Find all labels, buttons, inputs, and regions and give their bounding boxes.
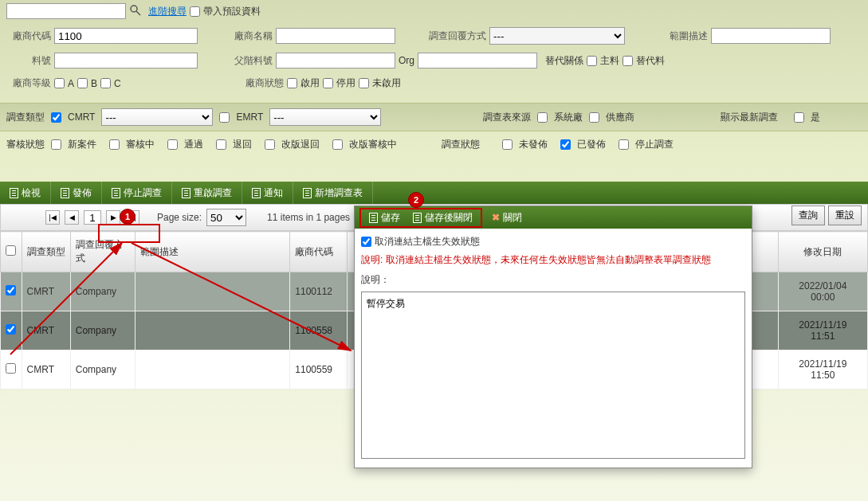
grade-c-checkbox[interactable] bbox=[100, 78, 111, 88]
stopped-label: 停止調查 bbox=[635, 138, 674, 151]
notify-button[interactable]: 通知 bbox=[242, 182, 293, 204]
auditing-label: 審核中 bbox=[126, 138, 155, 151]
survey-status-label: 調查狀態 bbox=[442, 138, 480, 151]
rev-audit-checkbox[interactable] bbox=[332, 139, 343, 150]
top-search-input[interactable] bbox=[6, 3, 126, 19]
vendor-name-label: 廠商名稱 bbox=[209, 29, 273, 43]
grade-a-label: A bbox=[68, 78, 74, 89]
preset-checkbox[interactable] bbox=[190, 6, 200, 17]
emrt-checkbox[interactable] bbox=[219, 112, 230, 123]
cmrt-select[interactable]: --- bbox=[101, 108, 213, 126]
doc-icon bbox=[303, 188, 312, 198]
new-survey-button[interactable]: 新增調查表 bbox=[293, 182, 373, 204]
warning-text: 說明: 取消連結主檔生失效狀態，未來任何生失效狀態皆無法自動調整表單調查狀態 bbox=[361, 253, 745, 267]
not-enable-label: 未啟用 bbox=[372, 76, 401, 90]
search-icon[interactable] bbox=[129, 4, 142, 19]
doc-icon bbox=[112, 188, 120, 198]
stop-survey-dialog: 儲存 儲存後關閉 ✖關閉 取消連結主檔生失效狀態 說明: 取消連結主檔生失效狀態… bbox=[354, 205, 752, 468]
sub-part-checkbox[interactable] bbox=[623, 56, 633, 66]
cmrt-checkbox[interactable] bbox=[51, 112, 61, 123]
col-reply[interactable]: 調查回覆方式 bbox=[70, 232, 136, 272]
save-button[interactable]: 儲存 bbox=[363, 211, 407, 225]
col-vendor[interactable]: 廠商代碼 bbox=[290, 232, 347, 272]
parent-part-label: 父階料號 bbox=[209, 54, 273, 68]
emrt-label: EMRT bbox=[236, 112, 263, 123]
col-type[interactable]: 調查類型 bbox=[22, 232, 70, 272]
rev-return-checkbox[interactable] bbox=[265, 139, 275, 150]
doc-icon bbox=[182, 188, 190, 198]
emrt-select[interactable]: --- bbox=[269, 108, 381, 126]
select-all-checkbox[interactable] bbox=[6, 245, 16, 256]
preset-label: 帶入預設資料 bbox=[203, 5, 261, 18]
col-scope[interactable]: 範圍描述 bbox=[136, 232, 290, 272]
cancel-link-checkbox[interactable] bbox=[361, 237, 371, 247]
survey-type-label: 調查類型 bbox=[6, 111, 45, 124]
sub-part-label: 替代料 bbox=[636, 54, 665, 68]
publish-button[interactable]: 發佈 bbox=[51, 182, 102, 204]
unpublished-label: 未發佈 bbox=[519, 138, 548, 151]
scope-desc-input[interactable] bbox=[711, 28, 831, 44]
passed-label: 通過 bbox=[184, 138, 203, 151]
reset-button[interactable]: 重設 bbox=[828, 205, 862, 225]
published-checkbox[interactable] bbox=[560, 139, 571, 150]
vendor-name-input[interactable] bbox=[276, 28, 395, 44]
show-latest-label: 顯示最新調查 bbox=[721, 111, 778, 124]
supplier-label: 供應商 bbox=[606, 111, 634, 124]
org-label: Org bbox=[399, 55, 414, 66]
vendor-code-input[interactable] bbox=[54, 28, 198, 44]
sys-vendor-checkbox[interactable] bbox=[537, 112, 548, 123]
first-page-button[interactable]: |◀ bbox=[45, 210, 60, 225]
returned-checkbox[interactable] bbox=[216, 139, 226, 150]
query-button[interactable]: 查詢 bbox=[791, 205, 825, 225]
scope-desc-label: 範圍描述 bbox=[652, 29, 708, 43]
passed-checkbox[interactable] bbox=[167, 139, 178, 150]
doc-icon bbox=[10, 188, 18, 198]
advanced-search-link[interactable]: 進階搜尋 bbox=[148, 5, 187, 18]
grade-b-checkbox[interactable] bbox=[77, 78, 88, 88]
col-mod-date[interactable]: 修改日期 bbox=[778, 232, 867, 272]
sub-rel-label: 替代關係 bbox=[545, 54, 583, 68]
doc-icon bbox=[252, 188, 261, 198]
parent-part-input[interactable] bbox=[276, 53, 395, 68]
org-input[interactable] bbox=[418, 53, 537, 68]
close-button[interactable]: ✖關閉 bbox=[485, 211, 528, 225]
new-case-checkbox[interactable] bbox=[51, 139, 61, 150]
doc-icon bbox=[413, 213, 422, 223]
row-checkbox[interactable] bbox=[6, 285, 16, 296]
unpublished-checkbox[interactable] bbox=[502, 139, 513, 150]
grade-b-label: B bbox=[91, 78, 97, 89]
page-size-label: Page size: bbox=[157, 212, 202, 223]
survey-source-label: 調查表來源 bbox=[483, 111, 531, 124]
rev-return-label: 改版退回 bbox=[281, 138, 320, 151]
desc-label: 說明： bbox=[361, 273, 745, 287]
supplier-checkbox[interactable] bbox=[589, 112, 599, 123]
yes-checkbox[interactable] bbox=[794, 112, 804, 123]
part-no-label: 料號 bbox=[6, 54, 51, 68]
stop-survey-button[interactable]: 停止調查 bbox=[102, 182, 172, 204]
reply-method-select[interactable]: --- bbox=[489, 27, 625, 45]
main-part-checkbox[interactable] bbox=[587, 56, 597, 66]
not-enable-checkbox[interactable] bbox=[359, 78, 369, 88]
restart-survey-button[interactable]: 重啟調查 bbox=[172, 182, 242, 204]
description-textarea[interactable]: 暫停交易 bbox=[361, 292, 745, 459]
cancel-link-label: 取消連結主檔生失效狀態 bbox=[375, 235, 480, 249]
enable-checkbox[interactable] bbox=[287, 78, 297, 88]
sys-vendor-label: 系統廠 bbox=[554, 111, 583, 124]
row-checkbox[interactable] bbox=[6, 324, 16, 335]
save-close-button[interactable]: 儲存後關閉 bbox=[407, 211, 479, 225]
yes-label: 是 bbox=[811, 111, 820, 124]
grade-a-checkbox[interactable] bbox=[54, 78, 65, 88]
part-no-input[interactable] bbox=[54, 53, 198, 68]
stopped-checkbox[interactable] bbox=[619, 139, 629, 150]
doc-icon bbox=[61, 188, 69, 198]
main-part-label: 主料 bbox=[600, 54, 619, 68]
rev-audit-label: 改版審核中 bbox=[349, 138, 397, 151]
page-number-input[interactable] bbox=[84, 210, 101, 225]
view-button[interactable]: 檢視 bbox=[0, 182, 51, 204]
prev-page-button[interactable]: ◀ bbox=[65, 210, 79, 225]
next-page-button[interactable]: ▶ bbox=[106, 210, 120, 225]
page-size-select[interactable]: 50 bbox=[206, 209, 246, 226]
disable-checkbox[interactable] bbox=[323, 78, 333, 88]
auditing-checkbox[interactable] bbox=[109, 139, 120, 150]
row-checkbox[interactable] bbox=[6, 363, 16, 374]
